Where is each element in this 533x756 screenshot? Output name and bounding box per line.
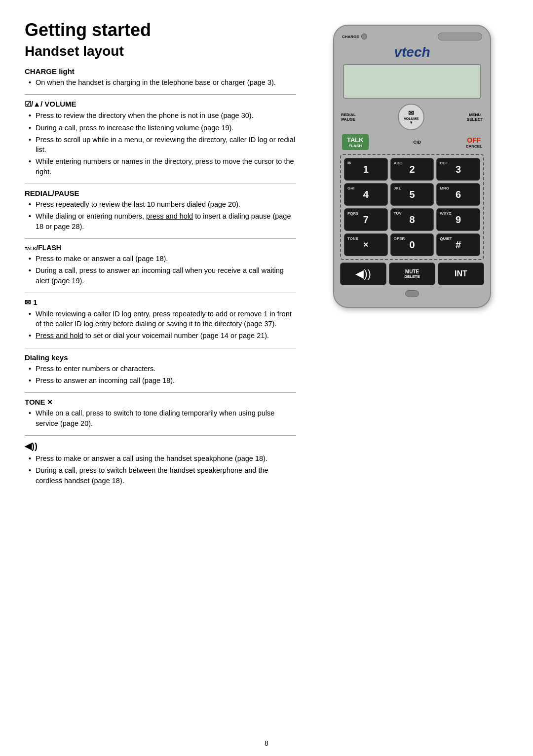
key-9[interactable]: WXYZ 9 (436, 208, 480, 231)
list-item: While entering numbers or names in the d… (29, 156, 296, 177)
section-charge: CHARGE light On when the handset is char… (25, 67, 296, 87)
list-item: During a call, press to switch between t… (29, 465, 296, 486)
section-dialing: Dialing keys Press to enter numbers or c… (25, 353, 296, 386)
list-item: Press repeatedly to review the last 10 n… (29, 199, 296, 209)
brand-logo: vtech (340, 44, 484, 60)
section-redial: REDIAL/PAUSE Press repeatedly to review … (25, 189, 296, 231)
speaker-bullet-list: Press to make or answer a call using the… (29, 454, 296, 486)
speaker-button[interactable]: ◀)) (340, 263, 386, 285)
key-0[interactable]: OPER 0 (390, 233, 434, 256)
mute-button[interactable]: MUTE DELETE (389, 263, 435, 285)
key-hash[interactable]: QUIET # (436, 233, 480, 256)
key-7[interactable]: PQRS 7 (344, 208, 388, 231)
key-4[interactable]: GHI 4 (344, 183, 388, 206)
nav-circle[interactable]: ✉ VOLUME ▼ (398, 104, 424, 130)
nav-row: REDIAL PAUSE ✉ VOLUME ▼ MENU SELECT (340, 104, 484, 130)
section-voicemail-title: ✉ 1 (25, 298, 296, 307)
redial-bullet-list: Press repeatedly to review the last 10 n… (29, 199, 296, 231)
section-tone-title: TONE✕ (25, 398, 296, 406)
key-8[interactable]: TUV 8 (390, 208, 434, 231)
section-volume: ☑/▲/ VOLUME Press to review the director… (25, 100, 296, 177)
key-2[interactable]: ABC 2 (390, 158, 434, 181)
list-item: While dialing or entering numbers, press… (29, 211, 296, 231)
keypad-area: ✉ 1 ABC 2 DEF 3 GHI 4 (340, 154, 484, 260)
section-redial-title: REDIAL/PAUSE (25, 189, 296, 197)
cid-label: CID (413, 140, 421, 145)
charge-dot (361, 34, 367, 39)
list-item: Press to enter numbers or characters. (29, 364, 296, 374)
section-voicemail: ✉ 1 While reviewing a caller ID log entr… (25, 298, 296, 341)
section-subtitle: Handset layout (25, 43, 296, 59)
charge-indicator: CHARGE (342, 34, 367, 39)
bottom-row: ◀)) MUTE DELETE INT (340, 263, 484, 285)
list-item: During a call, press to answer an incomi… (29, 265, 296, 286)
keypad-grid: ✉ 1 ABC 2 DEF 3 GHI 4 (344, 158, 480, 231)
off-button[interactable]: OFF CANCEL (466, 136, 482, 149)
voicemail-bullet-list: While reviewing a caller ID log entry, p… (29, 309, 296, 341)
redial-pause-label: REDIAL PAUSE (341, 113, 356, 122)
list-item: Press to answer an incoming call (page 1… (29, 376, 296, 385)
page-number: 8 (265, 739, 268, 747)
section-talk: TALK/FLASH Press to make or answer a cal… (25, 244, 296, 286)
function-row: TALK FLASH CID OFF CANCEL (340, 133, 484, 151)
dialing-bullet-list: Press to enter numbers or characters. Pr… (29, 364, 296, 386)
list-item: While on a call, press to switch to tone… (29, 408, 296, 428)
section-charge-title: CHARGE light (25, 67, 296, 76)
talk-button[interactable]: TALK FLASH (342, 134, 369, 150)
left-column: Getting started Handset layout CHARGE li… (25, 20, 306, 741)
list-item: Press and hold to set or dial your voice… (29, 331, 296, 340)
list-item: While reviewing a caller ID log entry, p… (29, 309, 296, 329)
key-3[interactable]: DEF 3 (436, 158, 480, 181)
key-5[interactable]: JKL 5 (390, 183, 434, 206)
flash-label: FLASH (349, 144, 362, 148)
tone-bullet-list: While on a call, press to switch to tone… (29, 408, 296, 428)
key-1[interactable]: ✉ 1 (344, 158, 388, 181)
phone-bottom (340, 290, 484, 297)
nav-center: ✉ VOLUME ▼ (398, 104, 424, 130)
right-column: CHARGE vtech REDIAL PAUSE ✉ VOLUME (306, 20, 518, 741)
bottom-indicator (405, 290, 419, 297)
key-6[interactable]: MNO 6 (436, 183, 480, 206)
special-row: TONE ✕ OPER 0 QUIET # (344, 233, 480, 256)
speaker-grille (438, 33, 482, 40)
section-speaker: ◀)) Press to make or answer a call using… (25, 441, 296, 486)
list-item: Press to scroll up while in a menu, or r… (29, 135, 296, 155)
page-title: Getting started (25, 20, 296, 40)
list-item: Press to make or answer a call using the… (29, 454, 296, 463)
list-item: On when the handset is charging in the t… (29, 77, 296, 87)
phone-top: CHARGE (340, 33, 484, 40)
talk-bullet-list: Press to make or answer a call (page 18)… (29, 254, 296, 286)
list-item: Press to review the directory when the p… (29, 111, 296, 120)
section-speaker-title: ◀)) (25, 441, 296, 452)
key-star[interactable]: TONE ✕ (344, 233, 388, 256)
section-talk-title: TALK/FLASH (25, 244, 296, 252)
section-tone: TONE✕ While on a call, press to switch t… (25, 398, 296, 428)
section-dialing-title: Dialing keys (25, 353, 296, 362)
menu-select-label: MENU SELECT (466, 113, 483, 122)
list-item: During a call, press to increase the lis… (29, 123, 296, 133)
int-button[interactable]: INT (438, 263, 484, 285)
charge-bullet-list: On when the handset is charging in the t… (29, 77, 296, 87)
volume-bullet-list: Press to review the directory when the p… (29, 111, 296, 177)
phone-screen (343, 64, 481, 99)
talk-label: TALK (347, 136, 364, 144)
list-item: Press to make or answer a call (page 18)… (29, 254, 296, 264)
section-volume-title: ☑/▲/ VOLUME (25, 100, 296, 109)
phone-diagram: CHARGE vtech REDIAL PAUSE ✉ VOLUME (333, 25, 491, 308)
charge-label: CHARGE (342, 35, 359, 39)
